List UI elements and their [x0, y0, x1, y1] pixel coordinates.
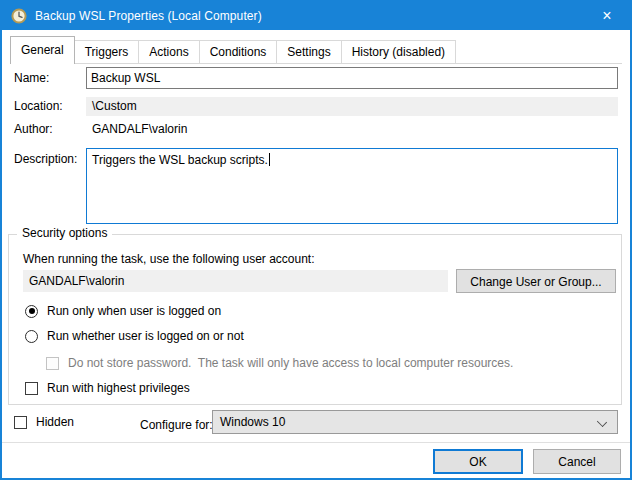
- checkbox-disabled-icon: [46, 357, 59, 370]
- tab-general[interactable]: General: [10, 36, 75, 64]
- radio-unselected-icon: [25, 330, 38, 343]
- tab-conditions[interactable]: Conditions: [199, 40, 278, 63]
- checkbox-no-password-label: Do not store password. The task will onl…: [68, 356, 513, 370]
- user-account-field: GANDALF\valorin: [23, 270, 448, 292]
- checkbox-no-password: Do not store password. The task will onl…: [46, 356, 513, 370]
- security-options-group: Security options When running the task, …: [8, 234, 622, 405]
- configure-for-label: Configure for:: [140, 418, 213, 432]
- checkbox-hidden[interactable]: Hidden: [14, 415, 74, 429]
- title-bar: Backup WSL Properties (Local Computer) ×: [2, 2, 630, 30]
- configure-for-value: Windows 10: [220, 415, 285, 429]
- close-icon[interactable]: ×: [584, 2, 630, 30]
- description-text: Triggers the WSL backup scripts.: [92, 153, 268, 167]
- description-textarea[interactable]: Triggers the WSL backup scripts.: [86, 148, 618, 224]
- configure-for-select[interactable]: Windows 10: [212, 410, 618, 434]
- description-label: Description:: [14, 152, 77, 166]
- text-caret: [269, 153, 270, 166]
- checkbox-unchecked-icon: [25, 382, 38, 395]
- name-label: Name:: [14, 71, 49, 85]
- cancel-button[interactable]: Cancel: [533, 449, 621, 474]
- tab-actions[interactable]: Actions: [138, 40, 199, 63]
- radio-run-not-logged-on[interactable]: Run whether user is logged on or not: [25, 329, 244, 343]
- tab-triggers[interactable]: Triggers: [74, 40, 140, 63]
- window-title: Backup WSL Properties (Local Computer): [35, 9, 262, 23]
- chevron-down-icon: [597, 417, 607, 427]
- tab-strip: General Triggers Actions Conditions Sett…: [10, 36, 622, 64]
- name-input[interactable]: Backup WSL: [86, 67, 618, 89]
- radio-run-not-logged-on-label: Run whether user is logged on or not: [47, 329, 244, 343]
- tab-settings[interactable]: Settings: [276, 40, 341, 63]
- checkbox-hidden-icon: [14, 416, 27, 429]
- task-properties-dialog: Backup WSL Properties (Local Computer) ×…: [0, 0, 632, 480]
- footer-divider: [2, 442, 630, 443]
- checkbox-hidden-label: Hidden: [36, 415, 74, 429]
- security-options-title: Security options: [17, 226, 112, 240]
- radio-run-logged-on-label: Run only when user is logged on: [47, 304, 221, 318]
- author-value: GANDALF\valorin: [92, 122, 187, 136]
- change-user-button[interactable]: Change User or Group...: [456, 269, 616, 293]
- account-hint-label: When running the task, use the following…: [23, 252, 315, 266]
- radio-selected-icon: [25, 305, 38, 318]
- ok-button[interactable]: OK: [433, 449, 523, 474]
- checkbox-highest-privileges-label: Run with highest privileges: [47, 381, 190, 395]
- tab-history[interactable]: History (disabled): [341, 40, 456, 63]
- author-label: Author:: [14, 122, 53, 136]
- task-scheduler-clock-icon: [11, 8, 27, 24]
- checkbox-highest-privileges[interactable]: Run with highest privileges: [25, 381, 190, 395]
- location-field: \Custom: [86, 97, 618, 116]
- location-label: Location:: [14, 99, 63, 113]
- radio-run-logged-on[interactable]: Run only when user is logged on: [25, 304, 221, 318]
- account-row: GANDALF\valorin Change User or Group...: [23, 270, 616, 293]
